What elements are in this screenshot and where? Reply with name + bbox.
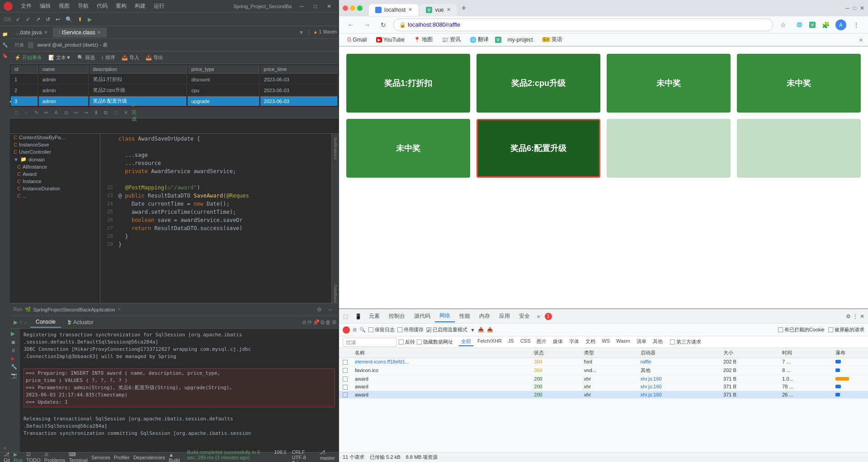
trash-icon[interactable]: 🗑 [326,319,331,325]
git-upload[interactable]: ⬆ [76,15,84,24]
browser-extension1[interactable]: 🌐 [793,19,806,31]
devtools-tab-console[interactable]: 控制台 [384,311,410,322]
settings-icon[interactable]: ⚙ [314,305,324,315]
hide-data-url-checkbox[interactable] [417,339,422,344]
run-play-icon[interactable]: ▶ [14,319,18,325]
browser-close-btn[interactable] [343,5,348,11]
devtools-tab-network[interactable]: 网络 [435,310,455,322]
table-row-selected[interactable]: ▶ 3 admin 奖品6:配置升级 upgrade 2023-06-03 [11,96,338,106]
invert-check[interactable]: 反转 [399,339,415,345]
menu-refactor[interactable]: 重构 [112,1,130,11]
third-party-checkbox[interactable] [670,339,675,344]
tab-iservice[interactable]: I IService.class ✕ [53,28,107,38]
project-item-more[interactable]: C ... [10,192,100,199]
network-record-button[interactable] [343,326,350,334]
project-item-award[interactable]: C Award [10,170,100,178]
network-row[interactable]: favicon.ico 304 vnd... 其他 202 B 8 ... [339,366,868,375]
services-status[interactable]: Services [91,455,110,460]
db-edit-icon-down[interactable]: ⬇ [91,108,100,117]
project-item-allinstance[interactable]: C AllInstance [10,163,100,170]
menu-code[interactable]: 代码 [93,1,111,11]
import-icon[interactable]: 📥 [478,327,484,333]
minimize-button[interactable]: ─ [296,2,307,10]
project-item-instance[interactable]: C Instance [10,178,100,185]
network-filter-input[interactable] [343,338,397,347]
back-button[interactable]: ← [344,19,357,31]
notifications-label[interactable]: Notifications [333,137,338,160]
filter-img[interactable]: 图片 [534,338,549,346]
bookmark-english[interactable]: En 英语 [539,35,565,44]
browser-menu[interactable]: ⋮ [850,19,863,31]
raffle-card-highlighted[interactable]: 奖品6:配置升级 [476,119,600,178]
git-refresh[interactable]: ↺ [44,15,52,24]
db-edit-icon-check[interactable]: ✓ 完成 [131,108,140,117]
git-run[interactable]: ▶ [86,15,94,24]
url-bar[interactable]: 🔒 localhost:8080/raffle [393,19,773,31]
settings2-icon[interactable]: ⚙ [332,319,337,325]
db-edit-icon-square[interactable]: □ [12,108,21,117]
table-row[interactable]: 2 admin 奖品2:cpu升级 cpu 2023-06-03 [11,85,338,95]
row-checkbox[interactable] [343,385,348,390]
tab-localhost-close[interactable]: ✕ [408,7,412,13]
row-initiator[interactable]: xhr.js:160 [641,384,662,389]
disable-cache-checkbox[interactable] [397,327,402,332]
menu-navigate[interactable]: 导航 [74,1,92,11]
clear-icon[interactable]: ⊘ [302,319,307,325]
filter-xhr[interactable]: Fetch/XHR [475,338,505,346]
maximize-button[interactable]: □ [310,2,321,10]
bookmarks-more[interactable]: » [859,37,863,43]
git-push[interactable]: ↗ [34,15,42,24]
browser-restore[interactable]: □ [853,5,856,11]
git-undo[interactable]: ↩ [54,15,62,24]
tab-dropdown[interactable]: ▼ [299,29,304,36]
menu-file[interactable]: 文件 [17,1,35,11]
throttle-checkbox[interactable]: ✓ [426,327,431,332]
raffle-card-2[interactable]: 奖品2:cpu升级 [476,54,600,113]
preserve-log-check[interactable]: 保留日志 [368,326,395,333]
close-button[interactable]: ✕ [323,2,335,10]
db-edit-icon-x[interactable]: ✕ [121,108,130,117]
wrap-icon[interactable]: ⟳ [307,319,312,325]
filter-wasm[interactable]: Wasm [613,338,633,346]
raffle-card-1[interactable]: 奖品1:打折扣 [346,54,470,113]
throttle-dropdown[interactable]: ▼ [470,327,475,333]
bookmark-news[interactable]: 📰 资讯 [439,35,463,44]
db-import[interactable]: 📥 导入 [119,53,142,62]
filter-other[interactable]: 其他 [650,338,665,346]
devtools-inspect-icon[interactable]: ⬚ [339,310,352,323]
git-checkmark1[interactable]: ✓ [14,15,22,24]
git-status[interactable]: ⎇ Git [4,452,10,462]
menu-run[interactable]: 运行 [150,1,168,11]
db-sort[interactable]: ↕ 排序 [99,53,118,62]
network-row[interactable]: award 200 xhr xhr.js:160 371 B 1.0... [339,375,868,383]
devtools-close-icon[interactable]: ✕ [860,313,864,320]
copy-console-icon[interactable]: ⧉ [321,319,325,325]
filter-doc[interactable]: 文档 [583,338,598,346]
invert-checkbox[interactable] [399,339,404,344]
raffle-card-3[interactable]: 未中奖 [607,54,731,113]
profile-icon[interactable]: A [835,19,846,30]
refresh-button[interactable]: ↻ [377,19,390,31]
blocked-requests-checkbox[interactable] [828,327,833,332]
db-text[interactable]: 📝 文本▼ [46,53,74,62]
devtools-tab-performance[interactable]: 性能 [455,311,475,322]
forward-button[interactable]: → [361,19,373,31]
tab-menu[interactable]: ⋮ [306,29,311,36]
blocked-cookies-checkbox[interactable] [778,327,783,332]
terminal-status[interactable]: ⌨ Terminal [69,452,88,462]
db-edit-icon-mark[interactable]: □ [111,108,120,117]
bookmark-star[interactable]: ☆ [777,19,789,31]
hide-data-url-check[interactable]: 隐藏数据网址 [417,339,453,345]
console-up-icon[interactable]: ⏹ [11,339,19,345]
devtools-tab-elements[interactable]: 元素 [364,311,384,322]
third-party-check[interactable]: 第三方请求 [670,338,701,346]
project-item-usercontroller[interactable]: C UserController [10,148,100,156]
db-edit-icon-at[interactable]: ⊙ [61,108,71,117]
row-initiator[interactable]: raffle [641,359,651,364]
console-run-icon[interactable]: ▶ [11,330,19,337]
preserve-log-checkbox[interactable] [368,327,373,332]
filter-manifest[interactable]: 清单 [634,338,649,346]
network-row-selected[interactable]: award 200 xhr xhr.js:160 371 B 26 ... [339,391,868,399]
project-item-domain[interactable]: ▼ 📁 domain [10,156,100,163]
filter-js[interactable]: JS [505,338,517,346]
